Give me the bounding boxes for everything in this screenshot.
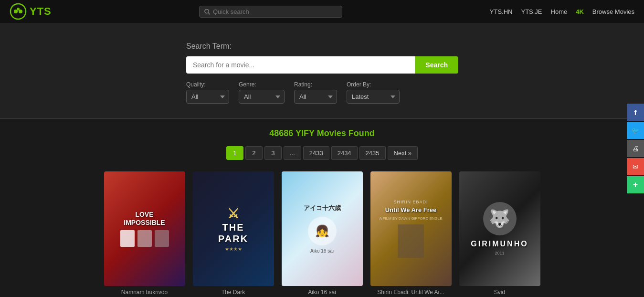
filter-orderby-label: Order By:: [347, 81, 400, 88]
movie-poster-2: ⚔ THEPARK ★★★★: [193, 171, 274, 286]
filter-quality-group: Quality: All 720p 1080p 2160p 3D: [186, 81, 229, 104]
twitter-share-button[interactable]: 🐦: [627, 122, 644, 139]
movie-title-2: The Dark: [193, 289, 274, 296]
movie-title-3: Aiko 16 sai: [282, 289, 363, 296]
search-row: Search: [186, 56, 458, 74]
movie-poster-3: アイコ十六歳 👧 Aiko 16 sai: [282, 171, 363, 286]
page-btn-2[interactable]: 2: [245, 146, 263, 160]
email-share-button[interactable]: ✉: [627, 158, 644, 175]
movie-card-1[interactable]: LOVEIMPOSSIBLE Namnam buknvoo: [104, 171, 185, 296]
page-btn-3[interactable]: 3: [264, 146, 282, 160]
filter-genre-label: Genre:: [239, 81, 285, 88]
results-count: 48686 YIFY Movies Found: [10, 128, 634, 138]
filter-genre-select[interactable]: All Action Comedy Drama Horror Romance S…: [239, 90, 285, 104]
logo-text: YTS: [30, 5, 52, 18]
nav-link-browse-movies[interactable]: Browse Movies: [592, 8, 634, 15]
movie-title-5: Svid: [459, 289, 540, 296]
navbar: YTS YTS.HN YTS.JE Home 4K Browse Movies: [0, 0, 644, 23]
movie-poster-4: SHIRIN EBADI Until We Are Free A FILM BY…: [370, 171, 452, 286]
movie-poster-1: LOVEIMPOSSIBLE: [104, 171, 185, 286]
more-share-button[interactable]: +: [627, 176, 644, 193]
search-icon: [204, 9, 210, 15]
nav-links: YTS.HN YTS.JE Home 4K Browse Movies: [490, 8, 634, 15]
svg-point-1: [14, 10, 18, 13]
page-btn-next[interactable]: Next »: [388, 146, 418, 160]
filter-quality-select[interactable]: All 720p 1080p 2160p 3D: [186, 90, 229, 104]
svg-point-0: [11, 4, 26, 19]
filter-rating-select[interactable]: All 1+2+3+4+ 5+6+7+8+ 9+: [294, 90, 337, 104]
search-term-label: Search Term:: [186, 42, 232, 51]
poster-title-1: LOVEIMPOSSIBLE: [124, 211, 165, 227]
search-section: Search Term: Search Quality: All 720p 10…: [0, 23, 644, 118]
movie-title-1: Namnam buknvoo: [104, 289, 185, 296]
results-section: 48686 YIFY Movies Found 1 2 3 ... 2433 2…: [0, 119, 644, 297]
movie-grid: LOVEIMPOSSIBLE Namnam buknvoo ⚔ THEPARK …: [10, 171, 634, 296]
page-btn-2434[interactable]: 2434: [331, 146, 358, 160]
facebook-share-button[interactable]: f: [627, 104, 644, 121]
poster-title-5: GIRIMUNHO: [471, 239, 528, 248]
svg-point-4: [205, 9, 209, 13]
movie-poster-5: 🐺 GIRIMUNHO 2011: [459, 171, 540, 286]
nav-link-yts-hn[interactable]: YTS.HN: [490, 8, 513, 15]
nav-search-box: [199, 6, 342, 18]
poster-title-4: Until We Are Free: [385, 206, 437, 214]
facebook-icon: f: [634, 108, 637, 117]
nav-quick-search-input[interactable]: [213, 8, 337, 15]
filter-row: Quality: All 720p 1080p 2160p 3D Genre: …: [186, 81, 400, 104]
page-btn-1[interactable]: 1: [226, 146, 243, 160]
print-icon: 🖨: [632, 145, 639, 152]
page-btn-2433[interactable]: 2433: [303, 146, 329, 160]
movie-card-5[interactable]: 🐺 GIRIMUNHO 2011 Svid: [459, 171, 540, 296]
plus-icon: +: [633, 180, 638, 190]
nav-link-yts-je[interactable]: YTS.JE: [521, 8, 542, 15]
page-btn-2435[interactable]: 2435: [359, 146, 386, 160]
nav-link-home[interactable]: Home: [551, 8, 568, 15]
movie-search-input[interactable]: [186, 56, 415, 74]
filter-orderby-group: Order By: Latest Oldest Seeds Peers Year…: [347, 81, 400, 104]
nav-link-4k[interactable]: 4K: [576, 8, 584, 15]
twitter-icon: 🐦: [632, 127, 639, 134]
page-btn-ellipsis: ...: [284, 146, 301, 160]
print-button[interactable]: 🖨: [627, 140, 644, 157]
svg-point-2: [19, 10, 22, 13]
svg-line-5: [208, 12, 210, 14]
filter-quality-label: Quality:: [186, 81, 229, 88]
filter-rating-label: Rating:: [294, 81, 337, 88]
movie-title-4: Shirin Ebadi: Until We Ar...: [370, 289, 452, 296]
search-button[interactable]: Search: [415, 56, 458, 74]
filter-genre-group: Genre: All Action Comedy Drama Horror Ro…: [239, 81, 285, 104]
movie-card-4[interactable]: SHIRIN EBADI Until We Are Free A FILM BY…: [370, 171, 452, 296]
logo[interactable]: YTS: [10, 3, 52, 20]
filter-rating-group: Rating: All 1+2+3+4+ 5+6+7+8+ 9+: [294, 81, 337, 104]
movie-card-2[interactable]: ⚔ THEPARK ★★★★ The Dark: [193, 171, 274, 296]
svg-point-3: [17, 8, 20, 11]
movie-card-3[interactable]: アイコ十六歳 👧 Aiko 16 sai Aiko 16 sai: [282, 171, 363, 296]
nav-search-wrap: [61, 6, 480, 18]
pagination: 1 2 3 ... 2433 2434 2435 Next »: [10, 146, 634, 160]
email-icon: ✉: [633, 163, 638, 170]
social-sidebar: f 🐦 🖨 ✉ +: [627, 104, 644, 193]
poster-title-2: THEPARK: [218, 222, 248, 244]
filter-orderby-select[interactable]: Latest Oldest Seeds Peers Year Rating Li…: [347, 90, 400, 104]
